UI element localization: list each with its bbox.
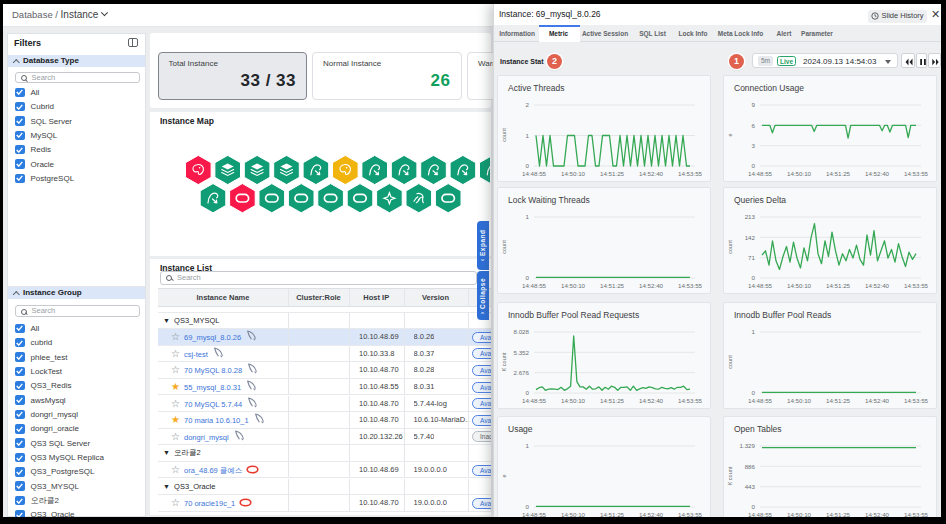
svg-text:14:52:40: 14:52:40: [865, 282, 890, 289]
svg-text:count: count: [727, 355, 733, 369]
svg-text:count: count: [501, 240, 507, 254]
svg-text:5.352: 5.352: [514, 349, 530, 356]
svg-text:14:48:55: 14:48:55: [748, 397, 773, 404]
svg-text:Lock Waiting Threads: Lock Waiting Threads: [508, 195, 590, 205]
svg-text:14:53:55: 14:53:55: [678, 282, 703, 289]
svg-text:Queries Delta: Queries Delta: [734, 195, 786, 205]
svg-text:14:50:10: 14:50:10: [561, 282, 586, 289]
svg-text:14:51:25: 14:51:25: [826, 170, 851, 177]
svg-text:Active Threads: Active Threads: [508, 83, 565, 93]
svg-text:9: 9: [752, 101, 756, 108]
svg-text:0: 0: [526, 162, 530, 169]
svg-text:14:50:10: 14:50:10: [561, 170, 586, 177]
svg-text:K count: K count: [727, 466, 733, 485]
svg-text:14:51:25: 14:51:25: [600, 397, 625, 404]
svg-text:14:52:40: 14:52:40: [639, 170, 664, 177]
svg-text:14:53:55: 14:53:55: [904, 282, 929, 289]
svg-text:2: 2: [526, 101, 530, 108]
svg-text:14:52:40: 14:52:40: [639, 282, 664, 289]
svg-text:0: 0: [526, 274, 530, 281]
svg-text:Innodb Buffer Pool Read Reques: Innodb Buffer Pool Read Requests: [508, 310, 639, 320]
svg-text:K count: K count: [501, 352, 507, 371]
svg-text:0: 0: [526, 503, 530, 510]
svg-text:14:52:40: 14:52:40: [639, 397, 664, 404]
svg-text:Open Tables: Open Tables: [734, 424, 782, 434]
svg-text:1: 1: [526, 442, 530, 449]
svg-text:14:53:55: 14:53:55: [678, 170, 703, 177]
svg-text:14:50:10: 14:50:10: [787, 397, 812, 404]
svg-text:14:50:10: 14:50:10: [787, 170, 812, 177]
svg-text:14:50:10: 14:50:10: [787, 282, 812, 289]
svg-text:Innodb Buffer Pool Reads: Innodb Buffer Pool Reads: [734, 310, 831, 320]
svg-text:71: 71: [748, 254, 755, 261]
svg-text:8.028: 8.028: [514, 328, 530, 335]
svg-text:0: 0: [526, 389, 530, 396]
svg-text:14:50:10: 14:50:10: [561, 397, 586, 404]
svg-text:Connection Usage: Connection Usage: [734, 83, 804, 93]
svg-text:443: 443: [745, 483, 756, 490]
svg-text:14:48:55: 14:48:55: [748, 170, 773, 177]
svg-text:count: count: [727, 240, 733, 254]
svg-text:14:53:55: 14:53:55: [904, 397, 929, 404]
svg-text:14:53:55: 14:53:55: [678, 397, 703, 404]
svg-text:14:48:55: 14:48:55: [522, 397, 547, 404]
svg-text:0: 0: [752, 162, 756, 169]
svg-text:3: 3: [752, 142, 756, 149]
svg-text:886: 886: [745, 463, 756, 470]
svg-text:14:52:40: 14:52:40: [865, 397, 890, 404]
svg-text:count: count: [501, 128, 507, 142]
svg-text:Usage: Usage: [508, 424, 533, 434]
svg-text:213: 213: [745, 213, 756, 220]
svg-text:14:48:55: 14:48:55: [522, 282, 547, 289]
svg-text:142: 142: [745, 234, 756, 241]
svg-text:14:51:25: 14:51:25: [826, 282, 851, 289]
svg-text:0: 0: [752, 503, 756, 510]
svg-text:14:48:55: 14:48:55: [522, 170, 547, 177]
svg-text:0: 0: [752, 274, 756, 281]
svg-text:14:52:40: 14:52:40: [865, 170, 890, 177]
svg-text:e: e: [727, 133, 733, 136]
svg-text:e: e: [501, 474, 507, 477]
svg-text:14:53:55: 14:53:55: [904, 170, 929, 177]
svg-text:0: 0: [752, 389, 756, 396]
svg-text:14:51:25: 14:51:25: [600, 282, 625, 289]
svg-text:1: 1: [752, 328, 756, 335]
svg-text:6: 6: [752, 122, 756, 129]
svg-text:14:51:25: 14:51:25: [826, 397, 851, 404]
svg-text:1: 1: [526, 213, 530, 220]
svg-text:14:48:55: 14:48:55: [748, 282, 773, 289]
svg-text:1.329: 1.329: [740, 442, 756, 449]
svg-text:14:51:25: 14:51:25: [600, 170, 625, 177]
svg-text:2.676: 2.676: [514, 369, 530, 376]
svg-text:1: 1: [526, 132, 530, 139]
